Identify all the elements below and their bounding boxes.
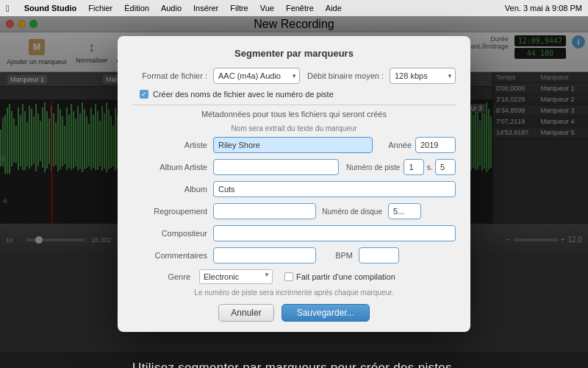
checkbox-label: Créer des noms de fichier avec le numéro… xyxy=(153,90,334,99)
year-label: Année xyxy=(379,141,415,149)
artist-input[interactable] xyxy=(213,137,373,153)
compilation-row: Fait partir d'une compilation xyxy=(284,272,395,281)
format-select[interactable]: AAC (m4a) Audio xyxy=(213,68,300,84)
track-number-checkbox[interactable]: ✓ xyxy=(140,90,148,99)
comments-row: Commentaires BPM xyxy=(132,247,456,263)
bitrate-label: Débit binaire moyen : xyxy=(307,71,390,80)
disc-label: Numéro de disque xyxy=(322,208,388,216)
inserer-menu[interactable]: Insérer xyxy=(193,4,218,13)
disc-input[interactable] xyxy=(388,203,421,219)
metadata-section-title: Métadonnées pour tous les fichiers qui s… xyxy=(132,110,456,118)
track-label-field: Numéro de piste xyxy=(345,163,404,171)
dialog-title: Segmenter par marqueurs xyxy=(132,48,456,59)
grouping-label: Regroupement xyxy=(132,207,213,216)
album-artist-label: Album Artiste xyxy=(132,163,213,171)
comments-input[interactable] xyxy=(213,247,316,263)
genre-select-wrapper: Electronic ▼ xyxy=(199,269,273,284)
genre-select[interactable]: Electronic xyxy=(199,269,273,284)
checkbox-row: ✓ Créer des noms de fichier avec le numé… xyxy=(140,90,456,99)
bpm-input[interactable] xyxy=(359,247,399,263)
app-window: New Recording M Ajouter un marqueur ↕ No… xyxy=(0,16,588,352)
app-menu[interactable]: Sound Studio xyxy=(24,4,76,13)
bottom-caption-area: Utilisez segmenter par marqueurs pour cr… xyxy=(0,352,588,368)
cancel-button[interactable]: Annuler xyxy=(218,304,273,322)
datetime: Ven. 3 mai à 9:08 PM xyxy=(505,4,582,13)
grouping-row: Regroupement Numéro de disque xyxy=(132,203,456,219)
album-row: Album xyxy=(132,181,456,197)
format-label: Format de fichier : xyxy=(132,71,213,80)
compilation-checkbox[interactable] xyxy=(284,272,293,281)
apple-menu[interactable]:  xyxy=(6,3,10,14)
edition-menu[interactable]: Édition xyxy=(124,4,149,13)
bpm-label: BPM xyxy=(322,251,359,260)
composer-input[interactable] xyxy=(213,225,456,241)
save-button[interactable]: Sauvegarder... xyxy=(282,304,370,322)
compilation-label: Fait partir d'une compilation xyxy=(296,272,395,281)
vue-menu[interactable]: Vue xyxy=(260,4,274,13)
menubar-right: Ven. 3 mai à 9:08 PM xyxy=(505,4,582,13)
album-input[interactable] xyxy=(213,181,456,197)
bitrate-select[interactable]: 128 kbps xyxy=(390,68,456,84)
genre-label: Genre xyxy=(132,272,195,281)
format-row: Format de fichier : AAC (m4a) Audio ▼ Dé… xyxy=(132,68,456,84)
bitrate-select-wrapper: 128 kbps ▼ xyxy=(390,68,456,84)
dialog-overlay: Segmenter par marqueurs Format de fichie… xyxy=(0,16,588,352)
bottom-caption: Utilisez segmenter par marqueurs pour cr… xyxy=(132,361,456,368)
album-label: Album xyxy=(132,185,213,194)
audio-menu[interactable]: Audio xyxy=(161,4,182,13)
genre-row: Genre Electronic ▼ Fait partir d'une com… xyxy=(132,269,456,284)
composer-row: Compositeur xyxy=(132,225,456,241)
segment-dialog: Segmenter par marqueurs Format de fichie… xyxy=(118,36,470,332)
composer-label: Compositeur xyxy=(132,229,213,238)
track-of-input[interactable] xyxy=(435,159,456,175)
year-input[interactable] xyxy=(415,137,456,153)
name-extract-label: Nom sera extrait du texte du marqueur xyxy=(132,124,456,132)
filtre-menu[interactable]: Filtre xyxy=(230,4,248,13)
comments-label: Commentaires xyxy=(132,251,213,260)
aide-menu[interactable]: Aide xyxy=(326,4,342,13)
album-artist-input[interactable] xyxy=(213,159,339,175)
dialog-buttons: Annuler Sauvegarder... xyxy=(132,304,456,322)
artist-row: Artiste Année xyxy=(132,137,456,153)
fenetre-menu[interactable]: Fenêtre xyxy=(286,4,314,13)
divider-1 xyxy=(132,105,456,105)
track-number-input[interactable] xyxy=(404,159,424,175)
grouping-input[interactable] xyxy=(213,203,316,219)
album-artist-row: Album Artiste Numéro de piste s. xyxy=(132,159,456,175)
menubar:  Sound Studio Fichier Édition Audio Ins… xyxy=(0,0,588,16)
fichier-menu[interactable]: Fichier xyxy=(88,4,112,13)
artist-label: Artiste xyxy=(132,141,213,149)
format-select-wrapper: AAC (m4a) Audio ▼ xyxy=(213,68,300,84)
track-increment-note: Le numéro de piste sera incrémenté après… xyxy=(132,289,456,297)
